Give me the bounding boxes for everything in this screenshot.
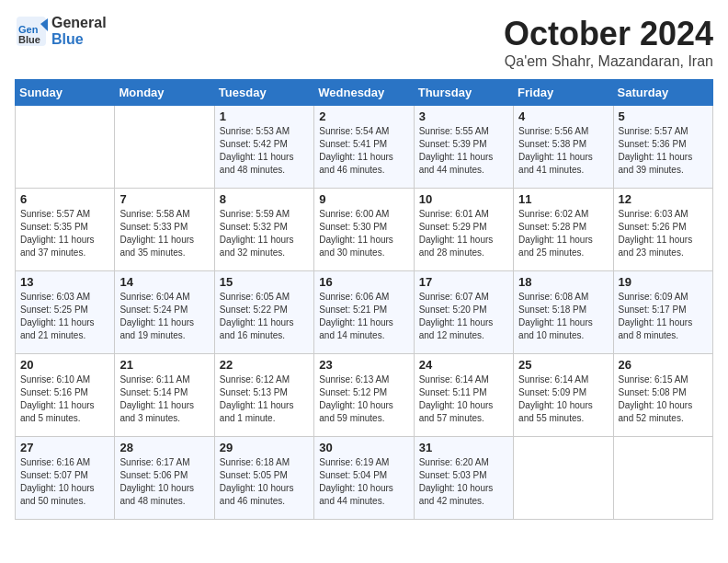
day-number: 2: [319, 109, 408, 123]
day-number: 21: [119, 358, 209, 372]
day-info: Sunrise: 5:53 AM Sunset: 5:42 PM Dayligh…: [220, 125, 309, 177]
calendar-cell: 18Sunrise: 6:08 AM Sunset: 5:18 PM Dayli…: [514, 271, 613, 354]
day-info: Sunrise: 6:19 AM Sunset: 5:04 PM Dayligh…: [319, 456, 408, 508]
day-number: 14: [119, 275, 209, 289]
calendar-cell: [514, 437, 613, 520]
day-info: Sunrise: 6:16 AM Sunset: 5:07 PM Dayligh…: [20, 456, 109, 508]
calendar-week-row: 1Sunrise: 5:53 AM Sunset: 5:42 PM Daylig…: [16, 106, 713, 189]
calendar-cell: 20Sunrise: 6:10 AM Sunset: 5:16 PM Dayli…: [16, 354, 115, 437]
calendar-cell: 7Sunrise: 5:58 AM Sunset: 5:33 PM Daylig…: [115, 189, 214, 271]
day-number: 25: [518, 358, 608, 372]
weekday-header: Saturday: [613, 80, 712, 106]
day-info: Sunrise: 6:04 AM Sunset: 5:24 PM Dayligh…: [119, 291, 209, 342]
calendar-header-row: SundayMondayTuesdayWednesdayThursdayFrid…: [16, 80, 713, 106]
day-number: 30: [319, 441, 408, 454]
day-number: 29: [220, 441, 309, 454]
day-number: 12: [619, 192, 708, 206]
day-info: Sunrise: 6:08 AM Sunset: 5:18 PM Dayligh…: [518, 291, 608, 342]
day-number: 28: [119, 441, 209, 454]
calendar-cell: 1Sunrise: 5:53 AM Sunset: 5:42 PM Daylig…: [214, 106, 313, 189]
calendar-cell: [613, 437, 712, 520]
calendar-cell: 17Sunrise: 6:07 AM Sunset: 5:20 PM Dayli…: [414, 271, 513, 354]
day-info: Sunrise: 6:20 AM Sunset: 5:03 PM Dayligh…: [419, 456, 508, 508]
month-title: October 2024: [504, 15, 713, 53]
day-info: Sunrise: 5:57 AM Sunset: 5:35 PM Dayligh…: [20, 208, 109, 259]
logo-icon: Gen Blue: [15, 15, 48, 48]
day-info: Sunrise: 5:54 AM Sunset: 5:41 PM Dayligh…: [319, 125, 408, 177]
calendar-cell: 31Sunrise: 6:20 AM Sunset: 5:03 PM Dayli…: [414, 437, 513, 520]
day-info: Sunrise: 6:10 AM Sunset: 5:16 PM Dayligh…: [20, 373, 109, 425]
day-number: 9: [319, 192, 408, 206]
day-info: Sunrise: 6:06 AM Sunset: 5:21 PM Dayligh…: [319, 291, 408, 342]
day-number: 27: [20, 441, 109, 454]
weekday-header: Thursday: [414, 80, 513, 106]
day-number: 11: [518, 192, 608, 206]
logo-general: General: [51, 15, 107, 30]
svg-text:Blue: Blue: [18, 34, 40, 45]
calendar-cell: 8Sunrise: 5:59 AM Sunset: 5:32 PM Daylig…: [214, 189, 313, 271]
calendar-cell: 13Sunrise: 6:03 AM Sunset: 5:25 PM Dayli…: [16, 271, 115, 354]
calendar-cell: 2Sunrise: 5:54 AM Sunset: 5:41 PM Daylig…: [314, 106, 414, 189]
day-info: Sunrise: 6:03 AM Sunset: 5:26 PM Dayligh…: [619, 208, 708, 259]
calendar-cell: [115, 106, 214, 189]
day-info: Sunrise: 6:11 AM Sunset: 5:14 PM Dayligh…: [119, 373, 209, 425]
page-header: Gen Blue General Blue October 2024 Qa'em…: [15, 15, 713, 70]
day-info: Sunrise: 6:09 AM Sunset: 5:17 PM Dayligh…: [619, 291, 708, 342]
title-block: October 2024 Qa'em Shahr, Mazandaran, Ir…: [504, 15, 713, 70]
calendar-cell: 30Sunrise: 6:19 AM Sunset: 5:04 PM Dayli…: [314, 437, 414, 520]
calendar-cell: 3Sunrise: 5:55 AM Sunset: 5:39 PM Daylig…: [414, 106, 513, 189]
calendar-cell: 29Sunrise: 6:18 AM Sunset: 5:05 PM Dayli…: [214, 437, 313, 520]
calendar-cell: 26Sunrise: 6:15 AM Sunset: 5:08 PM Dayli…: [613, 354, 712, 437]
calendar-week-row: 13Sunrise: 6:03 AM Sunset: 5:25 PM Dayli…: [16, 271, 713, 354]
day-info: Sunrise: 6:13 AM Sunset: 5:12 PM Dayligh…: [319, 373, 408, 425]
calendar-cell: 27Sunrise: 6:16 AM Sunset: 5:07 PM Dayli…: [16, 437, 115, 520]
weekday-header: Sunday: [16, 80, 115, 106]
weekday-header: Monday: [115, 80, 214, 106]
day-info: Sunrise: 6:14 AM Sunset: 5:09 PM Dayligh…: [518, 373, 608, 425]
logo: Gen Blue General Blue: [15, 15, 107, 48]
location-subtitle: Qa'em Shahr, Mazandaran, Iran: [504, 53, 713, 70]
day-info: Sunrise: 6:03 AM Sunset: 5:25 PM Dayligh…: [20, 291, 109, 342]
day-number: 7: [119, 192, 209, 206]
day-info: Sunrise: 5:55 AM Sunset: 5:39 PM Dayligh…: [419, 125, 508, 177]
day-info: Sunrise: 6:00 AM Sunset: 5:30 PM Dayligh…: [319, 208, 408, 259]
calendar-cell: 25Sunrise: 6:14 AM Sunset: 5:09 PM Dayli…: [514, 354, 613, 437]
day-number: 4: [518, 109, 608, 123]
day-info: Sunrise: 6:18 AM Sunset: 5:05 PM Dayligh…: [220, 456, 309, 508]
day-info: Sunrise: 6:15 AM Sunset: 5:08 PM Dayligh…: [619, 373, 708, 425]
calendar-cell: 19Sunrise: 6:09 AM Sunset: 5:17 PM Dayli…: [613, 271, 712, 354]
day-info: Sunrise: 6:12 AM Sunset: 5:13 PM Dayligh…: [220, 373, 309, 425]
day-number: 22: [220, 358, 309, 372]
calendar-week-row: 20Sunrise: 6:10 AM Sunset: 5:16 PM Dayli…: [16, 354, 713, 437]
day-info: Sunrise: 6:14 AM Sunset: 5:11 PM Dayligh…: [419, 373, 508, 425]
calendar-cell: 22Sunrise: 6:12 AM Sunset: 5:13 PM Dayli…: [214, 354, 313, 437]
day-info: Sunrise: 6:01 AM Sunset: 5:29 PM Dayligh…: [419, 208, 508, 259]
calendar-cell: 6Sunrise: 5:57 AM Sunset: 5:35 PM Daylig…: [16, 189, 115, 271]
day-number: 19: [619, 275, 708, 289]
calendar-week-row: 27Sunrise: 6:16 AM Sunset: 5:07 PM Dayli…: [16, 437, 713, 520]
weekday-header: Tuesday: [214, 80, 313, 106]
day-info: Sunrise: 6:02 AM Sunset: 5:28 PM Dayligh…: [518, 208, 608, 259]
day-info: Sunrise: 5:57 AM Sunset: 5:36 PM Dayligh…: [619, 125, 708, 177]
calendar-cell: 10Sunrise: 6:01 AM Sunset: 5:29 PM Dayli…: [414, 189, 513, 271]
day-number: 18: [518, 275, 608, 289]
day-info: Sunrise: 5:59 AM Sunset: 5:32 PM Dayligh…: [220, 208, 309, 259]
day-info: Sunrise: 5:56 AM Sunset: 5:38 PM Dayligh…: [518, 125, 608, 177]
day-info: Sunrise: 5:58 AM Sunset: 5:33 PM Dayligh…: [119, 208, 209, 259]
day-number: 1: [220, 109, 309, 123]
calendar-cell: 28Sunrise: 6:17 AM Sunset: 5:06 PM Dayli…: [115, 437, 214, 520]
calendar-cell: 14Sunrise: 6:04 AM Sunset: 5:24 PM Dayli…: [115, 271, 214, 354]
calendar-week-row: 6Sunrise: 5:57 AM Sunset: 5:35 PM Daylig…: [16, 189, 713, 271]
calendar-cell: [16, 106, 115, 189]
day-number: 8: [220, 192, 309, 206]
calendar-cell: 24Sunrise: 6:14 AM Sunset: 5:11 PM Dayli…: [414, 354, 513, 437]
day-number: 3: [419, 109, 508, 123]
day-number: 13: [20, 275, 109, 289]
day-number: 23: [319, 358, 408, 372]
calendar-cell: 21Sunrise: 6:11 AM Sunset: 5:14 PM Dayli…: [115, 354, 214, 437]
day-number: 17: [419, 275, 508, 289]
calendar-cell: 9Sunrise: 6:00 AM Sunset: 5:30 PM Daylig…: [314, 189, 414, 271]
day-number: 20: [20, 358, 109, 372]
calendar-cell: 23Sunrise: 6:13 AM Sunset: 5:12 PM Dayli…: [314, 354, 414, 437]
weekday-header: Wednesday: [314, 80, 414, 106]
